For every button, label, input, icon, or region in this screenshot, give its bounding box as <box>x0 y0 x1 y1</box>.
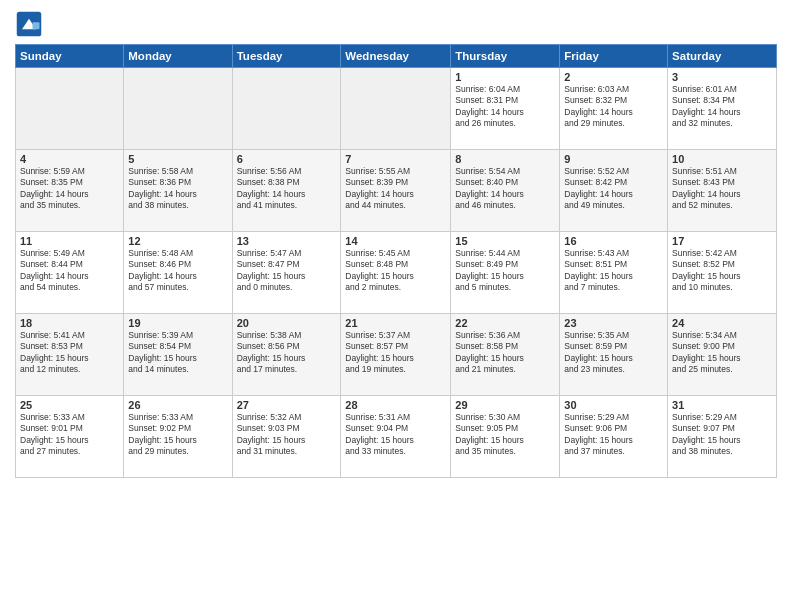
day-number: 16 <box>564 235 663 247</box>
calendar-cell <box>232 68 341 150</box>
calendar-cell: 12Sunrise: 5:48 AMSunset: 8:46 PMDayligh… <box>124 232 232 314</box>
day-number: 1 <box>455 71 555 83</box>
day-number: 11 <box>20 235 119 247</box>
day-number: 23 <box>564 317 663 329</box>
calendar-cell: 9Sunrise: 5:52 AMSunset: 8:42 PMDaylight… <box>560 150 668 232</box>
calendar-cell: 20Sunrise: 5:38 AMSunset: 8:56 PMDayligh… <box>232 314 341 396</box>
calendar-week-row: 1Sunrise: 6:04 AMSunset: 8:31 PMDaylight… <box>16 68 777 150</box>
calendar-cell: 29Sunrise: 5:30 AMSunset: 9:05 PMDayligh… <box>451 396 560 478</box>
calendar-cell: 2Sunrise: 6:03 AMSunset: 8:32 PMDaylight… <box>560 68 668 150</box>
day-number: 31 <box>672 399 772 411</box>
weekday-header-saturday: Saturday <box>668 45 777 68</box>
calendar-cell: 11Sunrise: 5:49 AMSunset: 8:44 PMDayligh… <box>16 232 124 314</box>
day-number: 8 <box>455 153 555 165</box>
calendar-week-row: 11Sunrise: 5:49 AMSunset: 8:44 PMDayligh… <box>16 232 777 314</box>
calendar-cell: 31Sunrise: 5:29 AMSunset: 9:07 PMDayligh… <box>668 396 777 478</box>
weekday-header-row: SundayMondayTuesdayWednesdayThursdayFrid… <box>16 45 777 68</box>
calendar-cell: 6Sunrise: 5:56 AMSunset: 8:38 PMDaylight… <box>232 150 341 232</box>
day-number: 13 <box>237 235 337 247</box>
day-number: 17 <box>672 235 772 247</box>
calendar-cell: 17Sunrise: 5:42 AMSunset: 8:52 PMDayligh… <box>668 232 777 314</box>
calendar-cell: 3Sunrise: 6:01 AMSunset: 8:34 PMDaylight… <box>668 68 777 150</box>
day-number: 9 <box>564 153 663 165</box>
day-number: 28 <box>345 399 446 411</box>
logo <box>15 10 47 38</box>
calendar-cell: 16Sunrise: 5:43 AMSunset: 8:51 PMDayligh… <box>560 232 668 314</box>
calendar-cell: 1Sunrise: 6:04 AMSunset: 8:31 PMDaylight… <box>451 68 560 150</box>
day-info: Sunrise: 5:49 AMSunset: 8:44 PMDaylight:… <box>20 248 119 294</box>
calendar-cell: 24Sunrise: 5:34 AMSunset: 9:00 PMDayligh… <box>668 314 777 396</box>
day-info: Sunrise: 5:44 AMSunset: 8:49 PMDaylight:… <box>455 248 555 294</box>
day-number: 27 <box>237 399 337 411</box>
day-info: Sunrise: 5:31 AMSunset: 9:04 PMDaylight:… <box>345 412 446 458</box>
calendar-cell: 21Sunrise: 5:37 AMSunset: 8:57 PMDayligh… <box>341 314 451 396</box>
weekday-header-friday: Friday <box>560 45 668 68</box>
day-info: Sunrise: 5:35 AMSunset: 8:59 PMDaylight:… <box>564 330 663 376</box>
day-info: Sunrise: 6:03 AMSunset: 8:32 PMDaylight:… <box>564 84 663 130</box>
calendar-cell: 15Sunrise: 5:44 AMSunset: 8:49 PMDayligh… <box>451 232 560 314</box>
day-number: 26 <box>128 399 227 411</box>
day-number: 3 <box>672 71 772 83</box>
calendar-cell <box>341 68 451 150</box>
day-number: 21 <box>345 317 446 329</box>
day-number: 6 <box>237 153 337 165</box>
calendar-week-row: 4Sunrise: 5:59 AMSunset: 8:35 PMDaylight… <box>16 150 777 232</box>
day-number: 10 <box>672 153 772 165</box>
day-info: Sunrise: 5:34 AMSunset: 9:00 PMDaylight:… <box>672 330 772 376</box>
day-number: 15 <box>455 235 555 247</box>
weekday-header-sunday: Sunday <box>16 45 124 68</box>
calendar-cell: 7Sunrise: 5:55 AMSunset: 8:39 PMDaylight… <box>341 150 451 232</box>
day-number: 30 <box>564 399 663 411</box>
day-info: Sunrise: 5:36 AMSunset: 8:58 PMDaylight:… <box>455 330 555 376</box>
calendar-cell: 13Sunrise: 5:47 AMSunset: 8:47 PMDayligh… <box>232 232 341 314</box>
calendar-cell <box>124 68 232 150</box>
day-number: 25 <box>20 399 119 411</box>
calendar-cell: 23Sunrise: 5:35 AMSunset: 8:59 PMDayligh… <box>560 314 668 396</box>
calendar-cell: 10Sunrise: 5:51 AMSunset: 8:43 PMDayligh… <box>668 150 777 232</box>
day-info: Sunrise: 5:37 AMSunset: 8:57 PMDaylight:… <box>345 330 446 376</box>
day-info: Sunrise: 5:54 AMSunset: 8:40 PMDaylight:… <box>455 166 555 212</box>
day-info: Sunrise: 5:33 AMSunset: 9:02 PMDaylight:… <box>128 412 227 458</box>
calendar-cell: 30Sunrise: 5:29 AMSunset: 9:06 PMDayligh… <box>560 396 668 478</box>
calendar-cell: 25Sunrise: 5:33 AMSunset: 9:01 PMDayligh… <box>16 396 124 478</box>
page-container: SundayMondayTuesdayWednesdayThursdayFrid… <box>0 0 792 612</box>
calendar-cell: 4Sunrise: 5:59 AMSunset: 8:35 PMDaylight… <box>16 150 124 232</box>
day-info: Sunrise: 5:29 AMSunset: 9:06 PMDaylight:… <box>564 412 663 458</box>
svg-rect-2 <box>33 22 40 29</box>
weekday-header-thursday: Thursday <box>451 45 560 68</box>
day-number: 19 <box>128 317 227 329</box>
weekday-header-tuesday: Tuesday <box>232 45 341 68</box>
day-info: Sunrise: 5:51 AMSunset: 8:43 PMDaylight:… <box>672 166 772 212</box>
day-number: 22 <box>455 317 555 329</box>
day-info: Sunrise: 5:55 AMSunset: 8:39 PMDaylight:… <box>345 166 446 212</box>
day-number: 14 <box>345 235 446 247</box>
day-info: Sunrise: 6:04 AMSunset: 8:31 PMDaylight:… <box>455 84 555 130</box>
weekday-header-wednesday: Wednesday <box>341 45 451 68</box>
header <box>15 10 777 38</box>
day-info: Sunrise: 5:39 AMSunset: 8:54 PMDaylight:… <box>128 330 227 376</box>
calendar-cell: 8Sunrise: 5:54 AMSunset: 8:40 PMDaylight… <box>451 150 560 232</box>
day-number: 18 <box>20 317 119 329</box>
day-info: Sunrise: 5:42 AMSunset: 8:52 PMDaylight:… <box>672 248 772 294</box>
calendar-cell: 26Sunrise: 5:33 AMSunset: 9:02 PMDayligh… <box>124 396 232 478</box>
calendar-cell: 22Sunrise: 5:36 AMSunset: 8:58 PMDayligh… <box>451 314 560 396</box>
day-info: Sunrise: 5:45 AMSunset: 8:48 PMDaylight:… <box>345 248 446 294</box>
day-number: 24 <box>672 317 772 329</box>
day-number: 29 <box>455 399 555 411</box>
day-info: Sunrise: 5:58 AMSunset: 8:36 PMDaylight:… <box>128 166 227 212</box>
calendar-week-row: 25Sunrise: 5:33 AMSunset: 9:01 PMDayligh… <box>16 396 777 478</box>
day-info: Sunrise: 5:41 AMSunset: 8:53 PMDaylight:… <box>20 330 119 376</box>
day-number: 7 <box>345 153 446 165</box>
day-info: Sunrise: 5:29 AMSunset: 9:07 PMDaylight:… <box>672 412 772 458</box>
day-number: 20 <box>237 317 337 329</box>
day-info: Sunrise: 5:38 AMSunset: 8:56 PMDaylight:… <box>237 330 337 376</box>
day-info: Sunrise: 5:56 AMSunset: 8:38 PMDaylight:… <box>237 166 337 212</box>
day-info: Sunrise: 5:30 AMSunset: 9:05 PMDaylight:… <box>455 412 555 458</box>
day-info: Sunrise: 5:48 AMSunset: 8:46 PMDaylight:… <box>128 248 227 294</box>
calendar-week-row: 18Sunrise: 5:41 AMSunset: 8:53 PMDayligh… <box>16 314 777 396</box>
day-info: Sunrise: 5:43 AMSunset: 8:51 PMDaylight:… <box>564 248 663 294</box>
day-info: Sunrise: 5:32 AMSunset: 9:03 PMDaylight:… <box>237 412 337 458</box>
day-number: 2 <box>564 71 663 83</box>
day-info: Sunrise: 5:33 AMSunset: 9:01 PMDaylight:… <box>20 412 119 458</box>
day-info: Sunrise: 5:52 AMSunset: 8:42 PMDaylight:… <box>564 166 663 212</box>
